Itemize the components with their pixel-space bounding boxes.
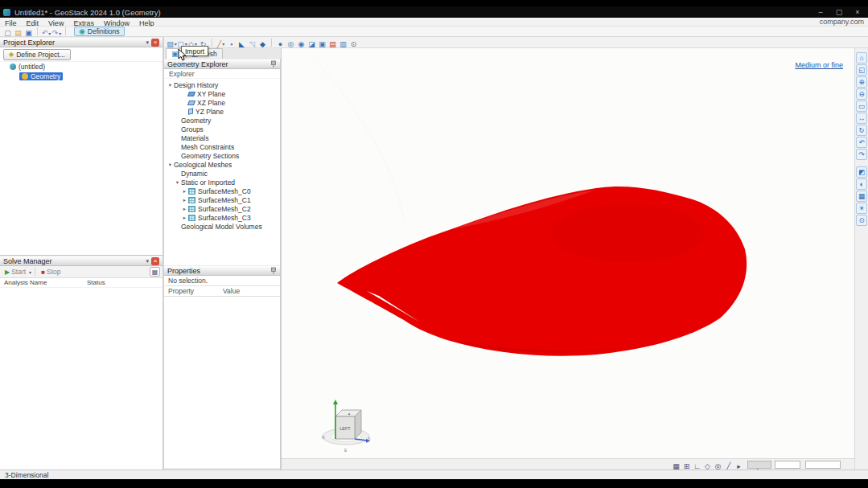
- panel-menu-icon[interactable]: ▾: [146, 39, 149, 46]
- shell-tool-icon[interactable]: ◎: [286, 39, 296, 49]
- panel-close-icon[interactable]: ×: [151, 257, 159, 265]
- panel-menu-icon[interactable]: ▾: [146, 258, 149, 265]
- view-cube[interactable]: N E S LEFT ▲: [319, 394, 372, 455]
- definitions-button[interactable]: ◉ Definitions: [74, 27, 125, 36]
- col-property[interactable]: Property: [168, 287, 223, 295]
- zoom-in-icon[interactable]: ⊕: [856, 76, 867, 88]
- col-status[interactable]: Status: [87, 279, 105, 286]
- tree-item-static-or-imported[interactable]: ▾Static or Imported: [164, 178, 280, 187]
- tree-item-geological-meshes[interactable]: ▾Geological Meshes: [164, 160, 280, 169]
- zoom-window-icon[interactable]: ▭: [856, 100, 867, 112]
- coordinate-readout-x[interactable]: [747, 461, 771, 469]
- boolean-subtract-icon: ◪: [308, 40, 315, 48]
- dropdown-arrow-icon[interactable]: ▾: [222, 41, 224, 47]
- tree-item-geometry[interactable]: Geometry: [164, 116, 280, 125]
- sketch-tool-icon[interactable]: ╱▾: [216, 39, 226, 49]
- next-view-icon[interactable]: ↷: [856, 149, 867, 160]
- project-root-item[interactable]: (untitled): [0, 62, 162, 72]
- tree-item-surfacemesh-c3[interactable]: ▸SurfaceMesh_C3: [164, 213, 280, 222]
- delete-mesh-icon[interactable]: ▤: [327, 39, 338, 49]
- y-axis-arrow: [333, 400, 338, 404]
- col-analysis-name[interactable]: Analysis Name: [0, 279, 87, 286]
- tree-item-surfacemesh-c0[interactable]: ▸SurfaceMesh_C0: [164, 187, 280, 195]
- stop-icon: ■: [41, 269, 45, 276]
- compass-e[interactable]: E: [344, 448, 348, 453]
- pull-tool-icon[interactable]: ◣: [237, 39, 247, 49]
- define-project-button[interactable]: ◆ Define Project...: [3, 49, 71, 60]
- viewport-3d[interactable]: Medium or fine N E S LEFT ▲ ▦⊞∟◇◎╱▸▪▶: [281, 48, 854, 470]
- expander-icon[interactable]: ▸: [181, 197, 188, 203]
- point-tool-icon[interactable]: ▪: [226, 39, 237, 49]
- tree-item-design-history[interactable]: ▾Design History: [164, 80, 280, 89]
- account-link[interactable]: company.com: [820, 18, 868, 26]
- panel-close-icon[interactable]: ×: [151, 39, 159, 47]
- solve-manager-panel: Solve Manager ▾ × ▶ Start ▾ ■ Stop ▦ Ana…: [0, 256, 162, 470]
- tree-item-label: XY Plane: [197, 90, 225, 98]
- boolean-subtract-icon[interactable]: ◪: [306, 39, 317, 49]
- rotate-view-icon[interactable]: ↻: [856, 125, 867, 136]
- tree-item-xz-plane[interactable]: XZ Plane: [164, 98, 280, 107]
- shading-icon[interactable]: ◐: [856, 178, 867, 190]
- expander-icon[interactable]: ▸: [181, 188, 188, 195]
- boolean-union-icon[interactable]: ◉: [296, 39, 306, 49]
- tree-item-groups[interactable]: Groups: [164, 125, 280, 133]
- project-geometry-item[interactable]: Geometry: [0, 72, 162, 81]
- start-dropdown-icon[interactable]: ▾: [29, 269, 31, 275]
- solve-manager-header: Solve Manager ▾ ×: [0, 256, 162, 266]
- tree-item-dynamic[interactable]: Dynamic: [164, 169, 280, 178]
- terrain-mesh[interactable]: [337, 187, 747, 356]
- pan-view-icon[interactable]: ↔: [856, 113, 867, 124]
- pin-icon[interactable]: [270, 60, 277, 68]
- tree-item-mesh-constraints[interactable]: Mesh Constraints: [164, 142, 280, 151]
- close-button[interactable]: ×: [850, 8, 865, 17]
- dropdown-arrow-icon[interactable]: ▾: [48, 31, 51, 36]
- left-column: Project Explorer ▾ × ◆ Define Project...…: [0, 37, 162, 470]
- tree-item-xy-plane[interactable]: XY Plane: [164, 89, 280, 98]
- tree-item-surfacemesh-c2[interactable]: ▸SurfaceMesh_C2: [164, 204, 280, 213]
- tree-item-geometry-sections[interactable]: Geometry Sections: [164, 151, 280, 160]
- view-settings-icon[interactable]: ⊙: [856, 215, 867, 226]
- tree-item-surfacemesh-c1[interactable]: ▸SurfaceMesh_C1: [164, 195, 280, 204]
- solid-tool-icon[interactable]: ◆: [257, 39, 268, 49]
- geometry-toolbar: ▧▾▢▾◇▾↻╱▾▪◣◹◆●◎◉◪▣▤▥⊙: [164, 37, 868, 48]
- expander-icon[interactable]: ▸: [181, 215, 188, 221]
- start-button[interactable]: ▶ Start: [2, 268, 28, 276]
- surface-tool-icon[interactable]: ◹: [247, 39, 257, 49]
- merge-icon[interactable]: ▥: [338, 39, 348, 49]
- expander-icon[interactable]: ▾: [167, 162, 174, 168]
- tree-item-materials[interactable]: Materials: [164, 133, 280, 142]
- select-tool-icon[interactable]: ▧▾: [167, 39, 177, 49]
- tree-item-label: Geometry Sections: [181, 152, 239, 160]
- letterbox-bottom: [0, 479, 868, 488]
- definitions-label: Definitions: [88, 27, 120, 35]
- wireframe-icon[interactable]: ▦: [856, 191, 867, 202]
- stop-button[interactable]: ■ Stop: [39, 268, 63, 276]
- duplicate-icon[interactable]: ▣: [317, 39, 327, 49]
- previous-view-icon[interactable]: ↶: [856, 137, 867, 148]
- sphere-tool-icon[interactable]: ●: [275, 39, 286, 49]
- minimize-button[interactable]: –: [813, 8, 828, 17]
- zoom-extents-icon[interactable]: ◱: [856, 64, 867, 76]
- delete-mesh-icon: ▤: [329, 40, 336, 48]
- expander-icon[interactable]: ▾: [167, 82, 174, 88]
- tree-item-label: SurfaceMesh_C3: [198, 214, 251, 222]
- coordinate-readout-z[interactable]: [805, 461, 841, 469]
- coordinate-readout-y[interactable]: [775, 461, 800, 469]
- sunlight-icon[interactable]: ☀: [856, 203, 867, 214]
- expander-icon[interactable]: ▸: [181, 206, 188, 212]
- view-orient-icon[interactable]: ⌂: [856, 52, 867, 64]
- maximize-button[interactable]: ▢: [832, 8, 846, 17]
- tree-item-yz-plane[interactable]: YZ Plane: [164, 107, 280, 116]
- solve-report-icon[interactable]: ▦: [150, 267, 160, 277]
- perspective-icon[interactable]: ◩: [856, 166, 867, 178]
- zoom-out-icon[interactable]: ⊖: [856, 88, 867, 100]
- explorer-subtab[interactable]: Explorer: [164, 69, 280, 79]
- options-icon[interactable]: ⊙: [348, 39, 359, 49]
- pin-icon[interactable]: [270, 267, 277, 275]
- tree-item-geological-model-volumes[interactable]: Geological Model Volumes: [164, 222, 280, 231]
- col-value[interactable]: Value: [223, 287, 240, 295]
- expander-icon[interactable]: ▾: [174, 179, 181, 186]
- compass-n[interactable]: N: [322, 435, 325, 440]
- geometry-item-label: Geometry: [31, 72, 60, 80]
- dropdown-arrow-icon[interactable]: ▾: [59, 31, 61, 36]
